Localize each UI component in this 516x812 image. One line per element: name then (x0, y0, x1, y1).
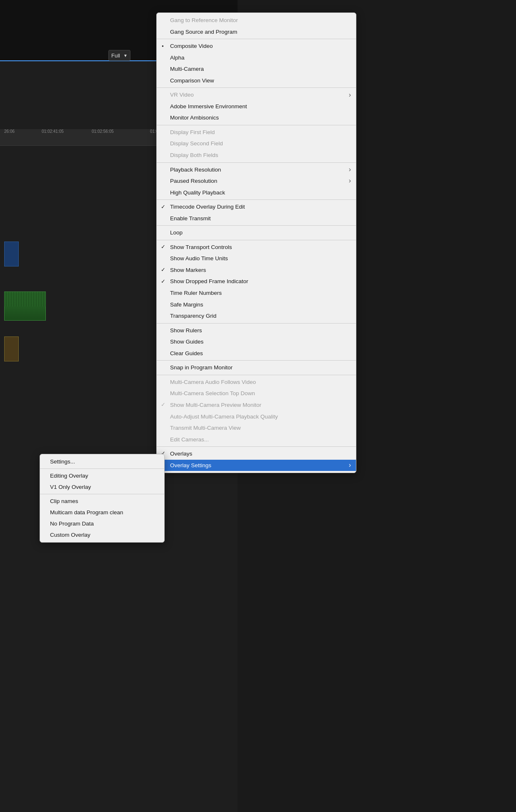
separator-after-loop (157, 240, 356, 240)
menu-item-overlay-settings[interactable]: Overlay Settings (157, 460, 356, 471)
menu-item-edit-cameras: Edit Cameras... (157, 434, 356, 446)
timeline-clip-green[interactable] (4, 291, 46, 321)
menu-item-show-transport[interactable]: Show Transport Controls (157, 242, 356, 253)
menu-item-gang-source-program[interactable]: Gang Source and Program (157, 26, 356, 38)
menu-item-snap-program[interactable]: Snap in Program Monitor (157, 362, 356, 374)
separator-after-edit-cameras (157, 446, 356, 447)
menu-item-timecode-overlay[interactable]: Timecode Overlay During Edit (157, 201, 356, 213)
ruler-time-2: 01:02:41:05 (42, 129, 64, 134)
overlay-settings-submenu: Settings...Editing OverlayV1 Only Overla… (40, 454, 165, 543)
menu-item-show-markers[interactable]: Show Markers (157, 264, 356, 276)
menu-item-safe-margins[interactable]: Safe Margins (157, 299, 356, 311)
timeline-clip-blue[interactable] (4, 242, 19, 267)
ruler-time-1: 26:06 (4, 129, 15, 134)
menu-item-vr-video: VR Video (157, 89, 356, 101)
submenu-item-no-program-data[interactable]: No Program Data (40, 518, 164, 529)
main-context-menu: Gang to Reference MonitorGang Source and… (156, 12, 356, 473)
separator-after-transparency-grid (157, 323, 356, 324)
submenu-item-settings[interactable]: Settings... (40, 456, 164, 467)
menu-item-show-guides[interactable]: Show Guides (157, 336, 356, 348)
menu-item-show-dropped[interactable]: Show Dropped Frame Indicator (157, 276, 356, 287)
full-label: Full (111, 52, 120, 59)
sub-separator-after-v1-only-overlay (40, 494, 164, 494)
menu-item-paused-resolution[interactable]: Paused Resolution (157, 175, 356, 187)
menu-item-composite-video[interactable]: Composite Video (157, 40, 356, 52)
submenu-item-v1-only-overlay[interactable]: V1 Only Overlay (40, 481, 164, 493)
ruler-time-3: 01:02:56:05 (92, 129, 114, 134)
submenu-item-editing-overlay[interactable]: Editing Overlay (40, 470, 164, 481)
menu-item-display-both: Display Both Fields (157, 149, 356, 161)
menu-item-overlays[interactable]: Overlays (157, 448, 356, 460)
menu-item-show-audio-time[interactable]: Show Audio Time Units (157, 253, 356, 264)
separator-after-comparison-view (157, 87, 356, 88)
menu-item-high-quality-playback[interactable]: High Quality Playback (157, 187, 356, 199)
menu-item-multicam-select: Multi-Camera Selection Top Down (157, 388, 356, 399)
menu-item-show-rulers[interactable]: Show Rulers (157, 325, 356, 336)
menu-item-display-first: Display First Field (157, 127, 356, 138)
menu-item-transmit-multicam: Transmit Multi-Camera View (157, 422, 356, 434)
menu-item-multi-camera[interactable]: Multi-Camera (157, 63, 356, 75)
submenu-item-clip-names[interactable]: Clip names (40, 496, 164, 507)
menu-item-display-second: Display Second Field (157, 138, 356, 149)
menu-item-time-ruler[interactable]: Time Ruler Numbers (157, 287, 356, 299)
separator-after-gang-source-program (157, 39, 356, 39)
dropdown-arrow: ▼ (123, 53, 128, 58)
menu-item-comparison-view[interactable]: Comparison View (157, 75, 356, 87)
submenu-item-custom-overlay[interactable]: Custom Overlay (40, 529, 164, 541)
menu-item-multicam-audio: Multi-Camera Audio Follows Video (157, 376, 356, 388)
separator-after-display-both (157, 162, 356, 163)
sub-separator-after-settings (40, 468, 164, 469)
full-resolution-dropdown[interactable]: Full ▼ (108, 50, 130, 61)
separator-after-enable-transmit (157, 225, 356, 226)
separator-after-clear-guides (157, 360, 356, 361)
menu-item-transparency-grid[interactable]: Transparency Grid (157, 310, 356, 322)
separator-after-high-quality-playback (157, 199, 356, 200)
menu-item-monitor-ambisonics[interactable]: Monitor Ambisonics (157, 112, 356, 124)
separator-after-monitor-ambisonics (157, 125, 356, 125)
menu-item-show-multicam-preview: Show Multi-Camera Preview Monitor (157, 399, 356, 411)
menu-item-auto-adjust: Auto-Adjust Multi-Camera Playback Qualit… (157, 411, 356, 423)
menu-item-enable-transmit[interactable]: Enable Transmit (157, 213, 356, 224)
menu-item-adobe-immersive[interactable]: Adobe Immersive Environment (157, 101, 356, 112)
separator-after-snap-program (157, 375, 356, 375)
menu-item-loop[interactable]: Loop (157, 227, 356, 239)
menu-item-playback-resolution[interactable]: Playback Resolution (157, 164, 356, 176)
timeline-clip-yellow[interactable] (4, 336, 19, 361)
submenu-item-multicam-data[interactable]: Multicam data Program clean (40, 507, 164, 518)
menu-item-alpha[interactable]: Alpha (157, 52, 356, 64)
menu-item-clear-guides[interactable]: Clear Guides (157, 348, 356, 359)
menu-item-gang-to-ref: Gang to Reference Monitor (157, 15, 356, 26)
